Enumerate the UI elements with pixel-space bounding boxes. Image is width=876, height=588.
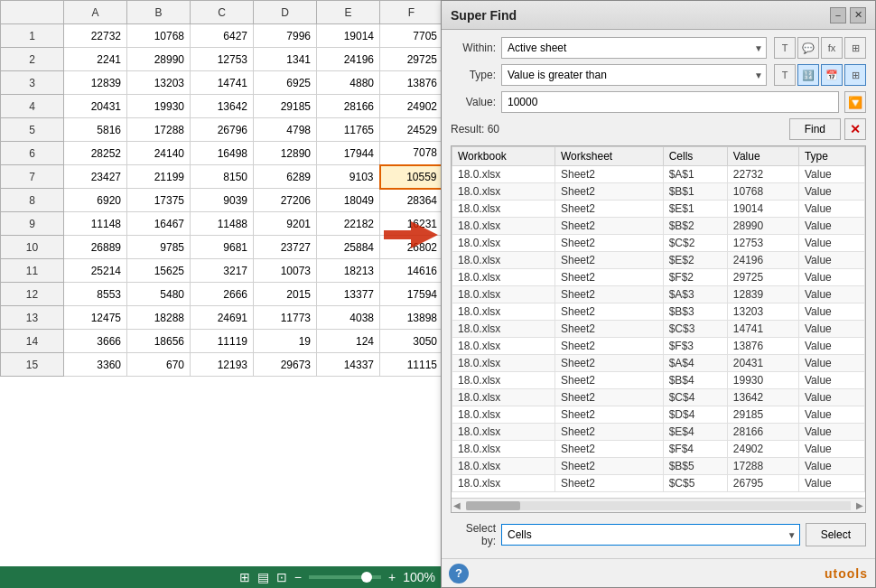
cell-11-1[interactable]: 5480 [127, 283, 191, 306]
h-scroll-track[interactable] [466, 501, 851, 510]
table-row[interactable]: 18.0.xlsxSheet2$B$110768Value [452, 183, 865, 201]
close-button[interactable]: ✕ [850, 7, 866, 23]
find-button[interactable]: Find [789, 118, 841, 140]
type-date-icon[interactable]: 📅 [821, 64, 843, 86]
table-row[interactable]: 18.0.xlsxSheet2$D$429185Value [452, 406, 865, 424]
cell-7-3[interactable]: 27206 [254, 189, 317, 212]
cell-4-5[interactable]: 24529 [380, 118, 443, 142]
cell-6-5[interactable]: 10559 [380, 165, 443, 189]
cell-12-1[interactable]: 18288 [127, 306, 191, 330]
type-select[interactable]: Value is greater than [501, 64, 767, 86]
table-row[interactable]: 18.0.xlsxSheet2$C$314741Value [452, 321, 865, 338]
eyedropper-button[interactable]: 🔽 [844, 91, 866, 113]
cell-13-0[interactable]: 3666 [64, 330, 127, 353]
table-row[interactable]: 18.0.xlsxSheet2$A$312839Value [452, 286, 865, 303]
page-view-icon[interactable]: ⊡ [276, 570, 287, 584]
cell-0-0[interactable]: 22732 [64, 24, 127, 48]
cell-1-2[interactable]: 12753 [191, 48, 254, 71]
clear-results-button[interactable]: ✕ [844, 118, 866, 140]
minimize-button[interactable]: − [830, 7, 846, 23]
cell-6-1[interactable]: 21199 [127, 165, 191, 189]
cell-14-3[interactable]: 29673 [254, 353, 317, 377]
cell-7-5[interactable]: 28364 [380, 189, 443, 212]
table-row[interactable]: 18.0.xlsxSheet2$E$428166Value [452, 424, 865, 441]
table-row[interactable]: 18.0.xlsxSheet2$E$224196Value [452, 252, 865, 269]
select-button[interactable]: Select [806, 523, 866, 546]
cell-7-4[interactable]: 18049 [317, 189, 380, 212]
cell-2-1[interactable]: 13203 [127, 71, 191, 95]
table-row[interactable]: 18.0.xlsxSheet2$B$313203Value [452, 303, 865, 321]
table-row[interactable]: 18.0.xlsxSheet2$F$229725Value [452, 269, 865, 286]
table-row[interactable]: 18.0.xlsxSheet2$C$212753Value [452, 235, 865, 252]
cell-6-2[interactable]: 8150 [191, 165, 254, 189]
layout-icon[interactable]: ▤ [257, 570, 269, 584]
cell-5-3[interactable]: 12890 [254, 142, 317, 165]
table-row[interactable]: 18.0.xlsxSheet2$B$228990Value [452, 218, 865, 235]
cell-11-0[interactable]: 8553 [64, 283, 127, 306]
zoom-plus-icon[interactable]: + [388, 570, 396, 584]
cell-4-3[interactable]: 4798 [254, 118, 317, 142]
cell-8-3[interactable]: 9201 [254, 212, 317, 236]
cell-9-1[interactable]: 9785 [127, 236, 191, 259]
cell-4-2[interactable]: 26796 [191, 118, 254, 142]
cell-14-0[interactable]: 3360 [64, 353, 127, 377]
cell-10-1[interactable]: 15625 [127, 259, 191, 283]
table-row[interactable]: 18.0.xlsxSheet2$F$424902Value [452, 441, 865, 458]
cell-4-0[interactable]: 5816 [64, 118, 127, 142]
cell-9-0[interactable]: 26889 [64, 236, 127, 259]
cell-11-2[interactable]: 2666 [191, 283, 254, 306]
cell-13-4[interactable]: 124 [317, 330, 380, 353]
horizontal-scrollbar[interactable]: ◀ ▶ [452, 498, 865, 512]
cell-4-4[interactable]: 11765 [317, 118, 380, 142]
cell-12-3[interactable]: 11773 [254, 306, 317, 330]
cell-12-2[interactable]: 24691 [191, 306, 254, 330]
cell-8-0[interactable]: 11148 [64, 212, 127, 236]
cell-7-0[interactable]: 6920 [64, 189, 127, 212]
cell-10-5[interactable]: 14616 [380, 259, 443, 283]
grid-icon[interactable]: ⊞ [844, 37, 866, 59]
table-row[interactable]: 18.0.xlsxSheet2$B$517288Value [452, 458, 865, 475]
cell-2-3[interactable]: 6925 [254, 71, 317, 95]
fx-icon[interactable]: fx [821, 37, 843, 59]
within-select[interactable]: Active sheet [501, 37, 767, 59]
cell-14-2[interactable]: 12193 [191, 353, 254, 377]
table-row[interactable]: 18.0.xlsxSheet2$E$119014Value [452, 201, 865, 218]
table-row[interactable]: 18.0.xlsxSheet2$F$313876Value [452, 338, 865, 355]
cell-9-3[interactable]: 23727 [254, 236, 317, 259]
cell-3-4[interactable]: 28166 [317, 95, 380, 118]
cell-8-2[interactable]: 11488 [191, 212, 254, 236]
cell-13-5[interactable]: 3050 [380, 330, 443, 353]
cell-1-3[interactable]: 1341 [254, 48, 317, 71]
cell-0-3[interactable]: 7996 [254, 24, 317, 48]
table-row[interactable]: 18.0.xlsxSheet2$A$420431Value [452, 355, 865, 372]
cell-4-1[interactable]: 17288 [127, 118, 191, 142]
cell-10-4[interactable]: 18213 [317, 259, 380, 283]
cell-12-4[interactable]: 4038 [317, 306, 380, 330]
cell-11-5[interactable]: 17594 [380, 283, 443, 306]
table-row[interactable]: 18.0.xlsxSheet2$B$419930Value [452, 372, 865, 389]
cell-2-4[interactable]: 4880 [317, 71, 380, 95]
cell-7-2[interactable]: 9039 [191, 189, 254, 212]
cell-2-2[interactable]: 14741 [191, 71, 254, 95]
cell-0-5[interactable]: 7705 [380, 24, 443, 48]
cell-7-1[interactable]: 17375 [127, 189, 191, 212]
cell-11-3[interactable]: 2015 [254, 283, 317, 306]
cell-3-1[interactable]: 19930 [127, 95, 191, 118]
cell-12-5[interactable]: 13898 [380, 306, 443, 330]
results-table-wrapper[interactable]: WorkbookWorksheetCellsValueType 18.0.xls… [452, 146, 865, 498]
text-icon[interactable]: T [774, 37, 796, 59]
table-row[interactable]: 18.0.xlsxSheet2$A$122732Value [452, 166, 865, 183]
cell-3-2[interactable]: 13642 [191, 95, 254, 118]
h-scroll-thumb[interactable] [466, 501, 520, 510]
speech-icon[interactable]: 💬 [797, 37, 819, 59]
cell-8-4[interactable]: 22182 [317, 212, 380, 236]
type-num-icon[interactable]: 🔢 [797, 64, 819, 86]
cell-0-4[interactable]: 19014 [317, 24, 380, 48]
type-text-icon[interactable]: T [774, 64, 796, 86]
cell-14-4[interactable]: 14337 [317, 353, 380, 377]
cell-1-5[interactable]: 29725 [380, 48, 443, 71]
help-button[interactable]: ? [449, 564, 469, 583]
zoom-minus-icon[interactable]: − [294, 570, 302, 584]
zoom-slider[interactable] [309, 575, 381, 579]
table-row[interactable]: 18.0.xlsxSheet2$C$413642Value [452, 389, 865, 406]
